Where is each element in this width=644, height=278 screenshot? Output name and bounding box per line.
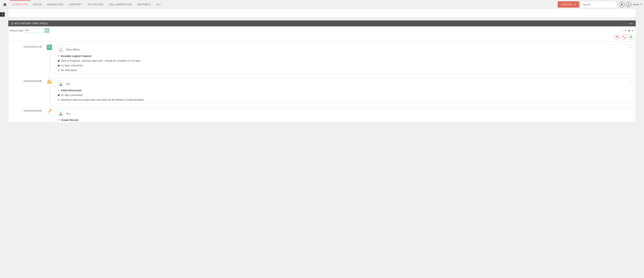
nav-activities[interactable]: ACTIVITIES <box>85 0 106 8</box>
nav-collaboration[interactable]: COLLABORATION <box>106 0 135 8</box>
svg-point-16 <box>48 80 49 81</box>
card-line-text: Meeting to discuss project plan and hash… <box>61 98 144 101</box>
sort-desc-icon <box>632 29 634 32</box>
calendar-icon <box>58 64 60 67</box>
record-type-select[interactable]: All <box>24 28 49 33</box>
card-author: You <box>66 112 70 115</box>
card-line-text: No description <box>61 69 77 72</box>
card-line-text: Task In Progress, unknown date start , s… <box>61 59 140 62</box>
calendar-icon <box>58 94 60 96</box>
svg-rect-18 <box>58 94 60 96</box>
timeline-date: 31/05/2020 09:06 <box>8 108 44 122</box>
svg-rect-5 <box>630 36 632 37</box>
svg-rect-2 <box>616 36 618 37</box>
timeline-card: ⋮ You Initial discussion 41 days untouch… <box>55 79 634 104</box>
svg-rect-3 <box>616 37 617 37</box>
card-author: Chris Olliver <box>66 48 80 51</box>
panel-title: MTS HISTORY TIME LINE(3) <box>14 22 48 25</box>
pin-icon <box>58 55 60 57</box>
timeline-date: 31/12/2020 02:30 <box>8 44 44 74</box>
nav-all[interactable]: ALL <box>154 0 164 8</box>
panel-body: Record Type All <box>8 26 636 122</box>
timeline-node-mail-icon <box>44 79 55 104</box>
card-title: Escalate support request <box>61 55 91 57</box>
nav-marketing[interactable]: MARKETING <box>44 0 66 8</box>
panel-header: MTS HISTORY TIME LINE(3) — <box>8 20 636 26</box>
card-line-text: 41 days untouched <box>61 64 82 67</box>
user-menu[interactable]: admin <box>633 3 642 6</box>
card-line-text: 41 days untouched <box>61 94 82 97</box>
card-title: Initial discussion <box>61 89 82 92</box>
edit-icon <box>58 99 60 101</box>
nav-sales[interactable]: SALES <box>30 0 44 8</box>
svg-point-19 <box>60 112 62 114</box>
timeline-node-pencil-icon <box>44 108 55 122</box>
svg-rect-13 <box>59 60 59 61</box>
clock-icon <box>11 22 14 25</box>
svg-point-17 <box>60 82 62 84</box>
dropdown-arrow-icon <box>44 28 49 33</box>
filter-icons <box>8 34 636 41</box>
side-play-button[interactable] <box>0 12 5 17</box>
search-input[interactable] <box>582 3 614 6</box>
card-title: Create Record <box>61 119 78 122</box>
nav-contacts[interactable]: CONTACTS <box>10 0 30 8</box>
svg-rect-7 <box>630 37 632 38</box>
timeline-row: 31/05/2020 09:06 ⋮ You Initial discussio… <box>8 76 636 105</box>
user-avatar-icon[interactable] <box>626 2 632 7</box>
timeline-node-task-icon <box>44 44 55 74</box>
avatar-icon <box>58 110 64 117</box>
history-panel: MTS HISTORY TIME LINE(3) — Record Type A… <box>8 20 636 122</box>
edit-icon <box>58 69 60 71</box>
pin-icon <box>58 119 60 121</box>
nav-items: CONTACTS SALES MARKETING SUPPORT ACTIVIT… <box>10 0 558 8</box>
calendar-filter-icon[interactable] <box>614 34 620 40</box>
svg-rect-14 <box>58 65 60 66</box>
timeline-date: 31/05/2020 09:06 <box>8 79 44 104</box>
sort-controls <box>621 29 634 32</box>
avatar-icon <box>58 46 64 53</box>
timeline[interactable]: 31/12/2020 02:30 ⋮ Chris Olliver Escalat… <box>8 41 636 122</box>
record-type-label: Record Type <box>10 29 23 32</box>
upper-card-stub <box>8 9 636 17</box>
sort-asc-radio[interactable] <box>621 29 623 32</box>
sort-asc-icon <box>624 29 627 32</box>
call-filter-icon[interactable] <box>621 34 627 40</box>
nav-support[interactable]: SUPPORT <box>66 0 85 8</box>
card-menu-button[interactable]: ⋮ <box>630 80 632 83</box>
svg-rect-11 <box>58 60 58 61</box>
timeline-card: You Create Record Assigned User chris Do… <box>55 108 634 122</box>
notification-icon[interactable] <box>619 2 625 7</box>
card-author: You <box>66 82 70 85</box>
timeline-row: 31/05/2020 09:06 You Create Record Assig… <box>8 105 636 122</box>
search-box <box>581 2 616 7</box>
svg-point-8 <box>60 48 62 49</box>
panel-controls: Record Type All <box>8 26 636 34</box>
pin-icon <box>58 89 60 92</box>
list-filter-icon[interactable] <box>628 34 634 40</box>
nav-reports[interactable]: REPORTS <box>135 0 154 8</box>
avatar-icon <box>58 81 64 87</box>
sort-desc-radio[interactable] <box>628 29 630 32</box>
card-menu-button[interactable]: ⋮ <box>630 46 632 49</box>
svg-rect-12 <box>58 60 59 61</box>
top-navbar: CONTACTS SALES MARKETING SUPPORT ACTIVIT… <box>0 0 644 9</box>
timeline-card: ⋮ Chris Olliver Escalate support request… <box>55 44 634 74</box>
collapse-button[interactable]: — <box>629 23 633 24</box>
record-type-value: All <box>24 28 44 33</box>
calendar-icon <box>58 60 60 62</box>
home-icon[interactable] <box>3 2 7 7</box>
create-button[interactable]: CREATE <box>558 1 579 7</box>
timeline-row: 31/12/2020 02:30 ⋮ Chris Olliver Escalat… <box>8 41 636 76</box>
